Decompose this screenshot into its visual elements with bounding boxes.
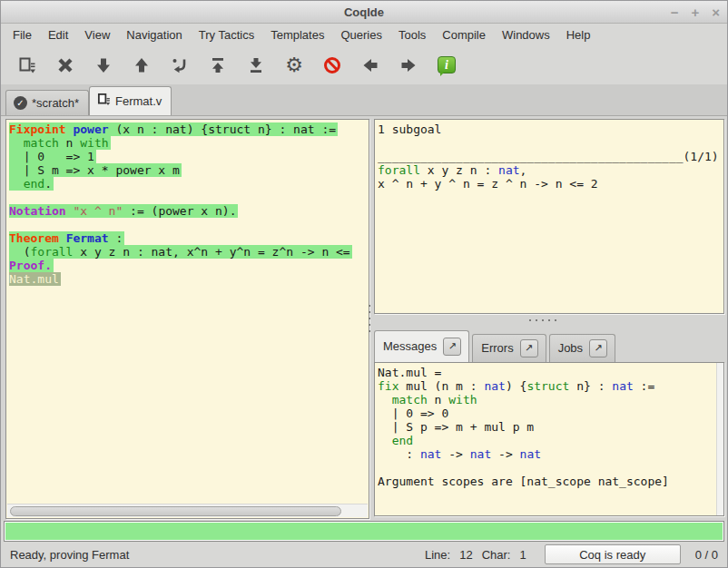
main-content: Fixpoint power (x n : nat) {struct n} : … <box>1 116 728 521</box>
detach-arrow-icon: ↗ <box>595 342 603 354</box>
tab-scratch-label: *scratch* <box>32 96 79 110</box>
about-button[interactable]: i <box>428 50 466 81</box>
menu-item-view[interactable]: View <box>76 25 118 44</box>
tab-errors[interactable]: Errors ↗ <box>472 334 546 362</box>
code-line <box>378 461 723 475</box>
queue-counter: 0 / 0 <box>695 548 718 562</box>
code-line: 1 subgoal <box>378 122 723 136</box>
window-title: CoqIde <box>344 5 384 19</box>
detach-arrow-icon: ↗ <box>448 340 457 352</box>
go-to-start-button[interactable] <box>199 50 237 81</box>
scrollbar-thumb[interactable] <box>10 506 341 516</box>
previous-button[interactable] <box>351 50 389 81</box>
menu-item-windows[interactable]: Windows <box>494 25 558 44</box>
close-icon <box>56 56 74 74</box>
code-line: Nat.mul <box>9 272 369 286</box>
close-buffer-button[interactable] <box>46 50 84 81</box>
messages-panel[interactable]: Nat.mul =fix mul (n m : nat) {struct n} … <box>374 362 724 516</box>
code-line: Nat.mul = <box>378 366 723 379</box>
save-button[interactable] <box>8 50 46 81</box>
code-line: Notation "x ^ n" := (power x n). <box>9 204 369 218</box>
code-line: | 0 => 1 <box>9 150 369 163</box>
coq-status-indicator: Coq is ready <box>545 544 681 564</box>
code-line: Proof. <box>9 259 369 272</box>
horizontal-splitter-handle[interactable] <box>529 319 556 321</box>
menu-item-navigation[interactable]: Navigation <box>118 25 190 44</box>
tab-jobs-label: Jobs <box>558 341 583 355</box>
tab-fermat[interactable]: Fermat.v <box>89 86 172 115</box>
close-button[interactable]: × <box>712 1 720 24</box>
goals-panel[interactable]: 1 subgoal ______________________________… <box>374 119 724 314</box>
goto-cursor-icon <box>171 56 189 74</box>
code-line: Fixpoint power (x n : nat) {struct n} : … <box>9 122 369 136</box>
code-line <box>9 218 369 231</box>
go-to-end-button[interactable] <box>237 50 275 81</box>
interrupt-button[interactable] <box>313 50 351 81</box>
code-line: ________________________________________… <box>378 150 723 163</box>
detach-errors-button[interactable]: ↗ <box>520 339 538 357</box>
backward-one-button[interactable] <box>123 50 161 81</box>
save-icon <box>97 93 111 109</box>
script-editor-panel[interactable]: Fixpoint power (x n : nat) {struct n} : … <box>5 119 369 519</box>
code-line <box>9 191 369 204</box>
char-label: Char: <box>482 548 511 562</box>
window-controls: − + × <box>671 1 720 24</box>
editor-tab-bar: ✓ *scratch* Fermat.v <box>1 84 727 116</box>
char-value: 1 <box>519 548 526 562</box>
vertical-splitter-handle[interactable] <box>369 305 370 332</box>
status-text: Ready, proving Fermat <box>10 548 129 562</box>
tab-scratch[interactable]: ✓ *scratch* <box>5 90 89 115</box>
menu-item-tools[interactable]: Tools <box>390 25 434 44</box>
forward-one-button[interactable] <box>84 50 123 81</box>
stop-icon <box>324 57 340 73</box>
code-line: (forall x y z n : nat, x^n + y^n = z^n -… <box>9 245 369 259</box>
menu-item-compile[interactable]: Compile <box>434 25 494 44</box>
menu-item-templates[interactable]: Templates <box>262 25 332 44</box>
check-icon: ✓ <box>14 96 27 110</box>
maximize-button[interactable]: + <box>691 1 699 24</box>
progress-bar <box>4 521 724 542</box>
code-line: match n with <box>378 393 723 406</box>
detach-messages-button[interactable]: ↗ <box>443 338 461 356</box>
go-to-cursor-button[interactable] <box>161 50 199 81</box>
tab-jobs[interactable]: Jobs ↗ <box>549 334 615 362</box>
menu-item-queries[interactable]: Queries <box>332 25 390 44</box>
arrow-left-icon <box>361 56 379 74</box>
coqide-window: CoqIde − + × FileEditViewNavigationTry T… <box>0 0 728 568</box>
messages-vertical-scrollbar[interactable] <box>716 363 723 515</box>
tab-fermat-label: Fermat.v <box>115 94 162 108</box>
toolbar: ⚙ i <box>1 45 727 84</box>
menu-item-file[interactable]: File <box>5 25 40 44</box>
arrow-down-to-bar-icon <box>247 56 265 74</box>
code-line: | 0 => 0 <box>378 406 723 420</box>
message-tab-bar: Messages ↗ Errors ↗ Jobs ↗ <box>374 327 724 362</box>
next-button[interactable] <box>389 50 428 81</box>
code-line: end <box>378 434 723 447</box>
gear-icon: ⚙ <box>285 56 303 74</box>
messages-text: Nat.mul =fix mul (n m : nat) {struct n} … <box>375 363 723 488</box>
tab-messages[interactable]: Messages ↗ <box>374 330 469 362</box>
detach-arrow-icon: ↗ <box>525 342 533 354</box>
tab-messages-label: Messages <box>383 339 437 353</box>
menu-item-help[interactable]: Help <box>558 25 599 44</box>
fully-check-button[interactable]: ⚙ <box>275 50 313 81</box>
script-code: Fixpoint power (x n : nat) {struct n} : … <box>6 120 369 286</box>
editor-horizontal-scrollbar[interactable] <box>7 504 368 517</box>
detach-jobs-button[interactable]: ↗ <box>589 339 607 357</box>
code-line: Argument scopes are [nat_scope nat_scope… <box>378 475 723 488</box>
save-icon <box>18 56 36 74</box>
arrow-up-to-bar-icon <box>209 56 227 74</box>
code-line: x ^ n + y ^ n = z ^ n -> n <= 2 <box>378 177 723 191</box>
goal-text: 1 subgoal ______________________________… <box>375 120 723 191</box>
arrow-right-icon <box>399 56 418 74</box>
minimize-button[interactable]: − <box>671 1 679 24</box>
menu-item-edit[interactable]: Edit <box>40 25 76 44</box>
code-line: end. <box>9 177 369 191</box>
line-label: Line: <box>425 548 450 562</box>
tab-errors-label: Errors <box>481 341 513 355</box>
code-line: | S p => m + mul p m <box>378 420 723 434</box>
status-bar: Ready, proving Fermat Line: 12 Char: 1 C… <box>1 542 727 567</box>
menu-item-try-tactics[interactable]: Try Tactics <box>191 25 262 44</box>
code-line: Theorem Fermat : <box>9 231 369 245</box>
status-right: Line: 12 Char: 1 Coq is ready 0 / 0 <box>425 544 718 564</box>
